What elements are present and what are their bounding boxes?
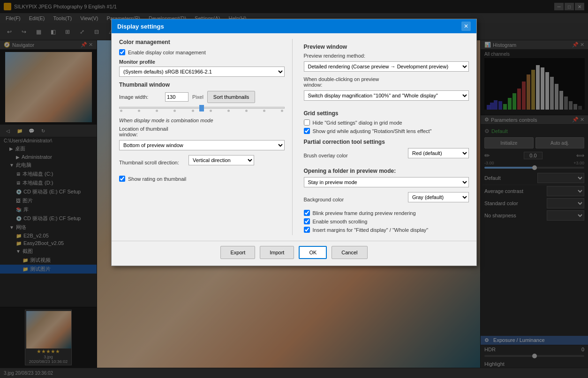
double-click-row: When double-clicking on preview window: <box>304 76 469 88</box>
dialog-close-button[interactable]: ✕ <box>461 22 471 31</box>
location-select[interactable]: Bottom of preview window <box>119 140 285 150</box>
blink-preview-row: Blink preview frame during preview rende… <box>304 210 469 216</box>
double-click-select[interactable]: Switch display magnification "100%" and … <box>304 90 469 101</box>
hide-grid-checkbox[interactable] <box>304 119 310 126</box>
background-color-label: Background color <box>304 197 388 202</box>
monitor-profile-label: Monitor profile <box>119 59 285 65</box>
image-width-input[interactable] <box>165 92 188 102</box>
thumbnail-window-group: Thumbnail window Image width: Pixel Sort… <box>119 82 285 112</box>
brush-overlay-label: Brush overlay color <box>304 153 388 158</box>
smooth-scrolling-label: Enable smooth scrolling <box>313 219 368 224</box>
slider-dot-2 <box>138 110 140 112</box>
slider-dot-4 <box>173 110 176 112</box>
scroll-direction-label: Thumbnail scroll direction: <box>119 160 185 165</box>
scroll-direction-select[interactable]: Vertical direction <box>188 155 254 165</box>
scroll-direction-row: Thumbnail scroll direction: Vertical dir… <box>119 155 285 170</box>
brush-overlay-select[interactable]: Red (default) <box>408 148 469 158</box>
hide-grid-row: Hide "Grid settings" dialog in grid mode <box>304 119 469 126</box>
blink-preview-label: Blink preview frame during preview rende… <box>313 210 416 216</box>
pixel-label: Pixel <box>192 94 204 100</box>
show-grid-checkbox[interactable] <box>304 128 310 134</box>
dialog-left-section: Color management Enable display color ma… <box>119 39 293 235</box>
enable-color-mgmt-row: Enable display color management <box>119 49 285 55</box>
export-button[interactable]: Export <box>220 246 255 259</box>
show-rating-label: Show rating on thumbnail <box>128 176 186 182</box>
insert-margins-label: Insert margins for "Fitted display" / "W… <box>313 227 429 233</box>
location-row: Location of thumbnail window: <box>119 126 285 137</box>
slider-dot-10 <box>281 110 283 112</box>
dialog-title: Display settings <box>117 23 164 30</box>
thumbnail-window-title: Thumbnail window <box>119 82 285 88</box>
image-width-label: Image width: <box>119 94 161 100</box>
color-mgmt-title: Color management <box>119 39 285 45</box>
rendering-method-label: Preview rendering method: <box>304 53 388 59</box>
rendering-method-row: Preview rendering method: <box>304 53 469 59</box>
partial-correction-title: Partial correction tool settings <box>304 139 469 145</box>
monitor-profile-select[interactable]: (System defaults) sRGB IEC61966-2.1 <box>119 67 285 77</box>
slider-dot-9 <box>263 110 265 112</box>
rendering-method-select[interactable]: Detailed rendering (Coarse preview → Dev… <box>304 61 469 72</box>
combination-mode-group: When display mode is combination mode Lo… <box>119 118 285 170</box>
background-color-row: Background color Gray (default) <box>304 192 469 207</box>
hide-grid-label: Hide "Grid settings" dialog in grid mode <box>313 120 402 126</box>
brush-overlay-row: Brush overlay color Red (default) <box>304 148 469 163</box>
display-settings-dialog: Display settings ✕ Color management Enab… <box>111 19 477 266</box>
thumbnail-slider-thumb[interactable] <box>199 105 204 111</box>
opening-folder-select[interactable]: Stay in preview mode <box>304 177 469 187</box>
blink-preview-checkbox[interactable] <box>304 210 310 216</box>
preview-window-title: Preview window <box>304 44 469 50</box>
dialog-overlay: Display settings ✕ Color management Enab… <box>0 0 588 378</box>
show-rating-row: Show rating on thumbnail <box>119 176 285 182</box>
thumbnail-slider-widget <box>119 107 285 112</box>
show-grid-label: Show grid while adjusting "Rotation/Shif… <box>313 128 432 134</box>
slider-dot-3 <box>156 110 158 112</box>
dialog-title-bar: Display settings ✕ <box>112 19 476 33</box>
thumbnail-slider-track[interactable] <box>119 107 285 109</box>
slider-dot-1 <box>120 110 122 112</box>
dialog-right-section: Preview window Preview rendering method:… <box>302 39 469 235</box>
location-label: Location of thumbnail window: <box>119 126 185 137</box>
image-width-group: Image width: Pixel Sort thumbnails <box>119 91 285 103</box>
insert-margins-checkbox[interactable] <box>304 227 310 233</box>
dialog-footer: Export Import OK Cancel <box>112 241 476 266</box>
show-grid-row: Show grid while adjusting "Rotation/Shif… <box>304 128 469 134</box>
grid-settings-title: Grid settings <box>304 110 469 117</box>
show-rating-checkbox[interactable] <box>119 176 125 182</box>
slider-dot-5 <box>192 110 194 112</box>
smooth-scrolling-row: Enable smooth scrolling <box>304 218 469 224</box>
slider-dot-8 <box>245 110 248 112</box>
sort-thumbnails-button[interactable]: Sort thumbnails <box>207 91 255 103</box>
enable-color-mgmt-label: Enable display color management <box>128 50 206 55</box>
smooth-scrolling-checkbox[interactable] <box>304 218 310 224</box>
double-click-label: When double-clicking on preview window: <box>304 76 388 88</box>
enable-color-mgmt-checkbox[interactable] <box>119 49 125 55</box>
background-color-select[interactable]: Gray (default) <box>408 192 469 202</box>
slider-dot-6 <box>210 110 212 112</box>
opening-folder-title: Opening a folder in preview mode: <box>304 168 469 174</box>
ok-button[interactable]: OK <box>299 246 327 259</box>
cancel-button[interactable]: Cancel <box>332 246 367 259</box>
combination-title: When display mode is combination mode <box>119 118 285 123</box>
insert-margins-row: Insert margins for "Fitted display" / "W… <box>304 227 469 233</box>
dialog-body: Color management Enable display color ma… <box>112 33 476 241</box>
import-button[interactable]: Import <box>260 246 294 259</box>
slider-dot-7 <box>227 110 230 112</box>
